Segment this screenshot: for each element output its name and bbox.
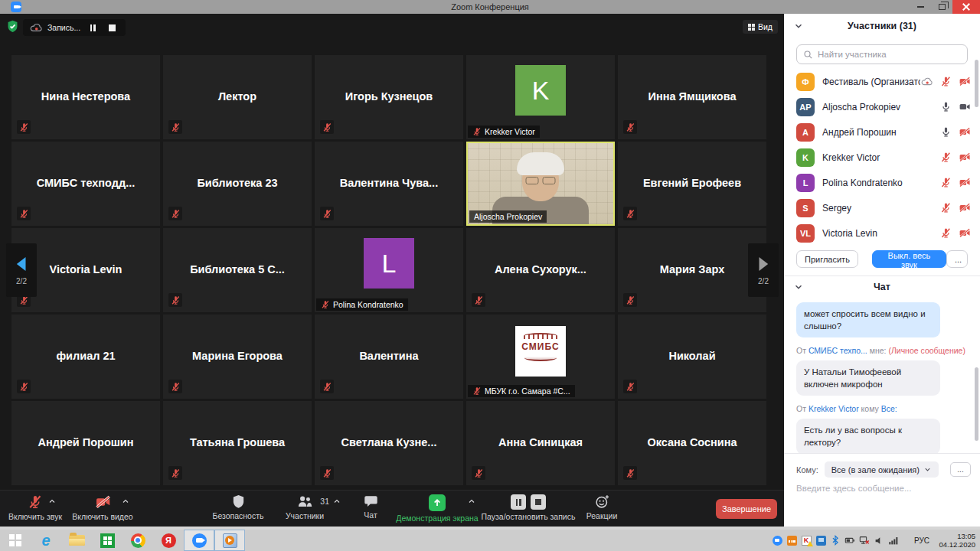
utility-tray-icon[interactable] bbox=[786, 535, 797, 546]
recipient-selector[interactable]: Все (в зале ожидания) bbox=[825, 461, 939, 478]
network-error-tray-icon[interactable] bbox=[859, 535, 870, 546]
internet-explorer-icon[interactable]: e bbox=[31, 530, 61, 551]
video-tile[interactable]: L Polina Kondratenko bbox=[315, 228, 463, 312]
volume-tray-icon[interactable] bbox=[874, 535, 884, 546]
media-player-taskbar-button[interactable] bbox=[214, 530, 245, 551]
invite-button[interactable]: Пригласить bbox=[796, 250, 858, 268]
antivirus-tray-icon[interactable]: K bbox=[801, 535, 812, 546]
audio-options-chevron[interactable] bbox=[47, 497, 57, 506]
end-meeting-button[interactable]: Завершение bbox=[716, 499, 777, 519]
chat-message: У Натальи Тимофеевой включен микрофон bbox=[796, 360, 940, 396]
side-panel: Участники (31) Ф Фестиваль (Организатор,… bbox=[784, 14, 980, 527]
video-tile[interactable]: СМИБС техподд... bbox=[11, 142, 160, 226]
participant-search-box[interactable] bbox=[796, 44, 968, 64]
search-input[interactable] bbox=[818, 50, 961, 59]
video-tile[interactable]: Марина Егорова bbox=[163, 315, 312, 399]
stop-recording-button[interactable] bbox=[105, 21, 119, 34]
muted-mic-icon bbox=[17, 207, 31, 220]
share-options-chevron[interactable] bbox=[467, 497, 476, 506]
video-tile[interactable]: Евгений Ерофеев bbox=[618, 142, 766, 226]
chat-more-button[interactable]: ... bbox=[950, 462, 971, 477]
pause-recording-button[interactable] bbox=[86, 21, 100, 34]
chat-messages[interactable]: может спросить всем видно и слышно? От С… bbox=[784, 298, 980, 461]
chrome-icon[interactable] bbox=[122, 530, 153, 551]
display-tray-icon[interactable] bbox=[815, 535, 826, 546]
mic-on-icon bbox=[940, 101, 952, 112]
battery-tray-icon[interactable] bbox=[844, 535, 855, 546]
file-explorer-icon[interactable] bbox=[61, 530, 92, 551]
video-tile[interactable]: Инна Ямщикова bbox=[618, 55, 766, 139]
video-tile[interactable]: Николай bbox=[618, 315, 766, 399]
taskbar-clock[interactable]: 13:05 04.12.2020 bbox=[933, 532, 975, 549]
video-tile[interactable]: K Krekker Victor bbox=[466, 55, 615, 139]
start-button[interactable] bbox=[0, 530, 31, 551]
participants-scrollbar[interactable] bbox=[975, 60, 978, 107]
mute-all-button[interactable]: Выкл. весь звук bbox=[872, 250, 946, 268]
restore-button[interactable] bbox=[931, 0, 952, 14]
video-tile[interactable]: Библиотека 23 bbox=[163, 142, 312, 226]
zoom-taskbar-button[interactable] bbox=[184, 530, 214, 551]
page-indicator: 2/2 bbox=[758, 277, 769, 285]
bluetooth-tray-icon[interactable] bbox=[830, 535, 841, 546]
minimize-button[interactable] bbox=[910, 0, 931, 14]
video-options-chevron[interactable] bbox=[121, 497, 130, 506]
video-tile[interactable]: Оксана Соснина bbox=[618, 401, 766, 485]
chat-button[interactable]: Чат bbox=[352, 494, 389, 520]
video-tile[interactable]: Анна Синицкая bbox=[466, 401, 615, 485]
video-tile[interactable]: Библиотека 5 С... bbox=[163, 228, 312, 312]
yandex-browser-icon[interactable]: Я bbox=[153, 530, 184, 551]
previous-page-button[interactable]: 2/2 bbox=[6, 243, 37, 297]
unmute-button[interactable]: Включить звук bbox=[3, 494, 67, 521]
participant-row[interactable]: VL Victoria Levin bbox=[784, 220, 980, 246]
video-tile[interactable]: Алена Сухорук... bbox=[466, 228, 615, 312]
view-label: Вид bbox=[758, 22, 773, 31]
muted-mic-icon bbox=[168, 293, 182, 307]
chat-scrollbar[interactable] bbox=[975, 367, 978, 441]
windows-store-icon[interactable] bbox=[92, 530, 122, 551]
participant-name: Марина Егорова bbox=[163, 350, 312, 362]
video-tile[interactable]: Мария Зарх bbox=[618, 228, 766, 312]
video-tile[interactable]: филиал 21 bbox=[11, 315, 160, 399]
video-tile[interactable]: Татьяна Грошева bbox=[163, 401, 312, 485]
stop-recording-icon[interactable] bbox=[531, 494, 546, 510]
muted-mic-icon bbox=[17, 120, 31, 134]
security-button[interactable]: Безопасность bbox=[204, 494, 273, 520]
collapse-participants-chevron[interactable] bbox=[793, 21, 804, 31]
participants-more-button[interactable]: ... bbox=[946, 250, 968, 268]
reactions-button[interactable]: Реакции bbox=[580, 494, 623, 520]
signal-tray-icon[interactable] bbox=[888, 535, 899, 546]
recipient-link[interactable]: Все: bbox=[881, 404, 897, 413]
view-button[interactable]: Вид bbox=[743, 20, 778, 34]
chat-message-input[interactable] bbox=[796, 484, 968, 493]
pause-icon bbox=[90, 24, 96, 31]
video-tile[interactable]: Валентина bbox=[315, 315, 463, 399]
participant-row[interactable]: Ф Фестиваль (Организатор, я) bbox=[784, 69, 980, 94]
video-tile[interactable]: Валентина Чува... bbox=[315, 142, 463, 226]
video-tile[interactable]: Игорь Кузнецов bbox=[315, 55, 463, 139]
video-tile-active-speaker[interactable]: Aljoscha Prokopiev bbox=[466, 142, 615, 226]
participants-options-chevron[interactable] bbox=[332, 497, 341, 506]
video-tile[interactable]: Лектор bbox=[163, 55, 312, 139]
video-tile[interactable]: СМИБС МБУК г.о. Самара #С... bbox=[466, 315, 615, 399]
video-tile[interactable]: Светлана Кузне... bbox=[315, 401, 463, 485]
next-page-button[interactable]: 2/2 bbox=[748, 243, 779, 297]
search-icon bbox=[803, 50, 813, 60]
sender-link[interactable]: СМИБС техпо... bbox=[808, 346, 867, 355]
zoom-tray-icon[interactable] bbox=[772, 535, 782, 546]
video-tile[interactable]: Нина Нестерова bbox=[11, 55, 160, 139]
pause-recording-icon[interactable] bbox=[511, 494, 526, 510]
close-button[interactable] bbox=[952, 0, 980, 14]
video-tile[interactable]: Андрей Порошин bbox=[11, 401, 160, 485]
collapse-chat-chevron[interactable] bbox=[793, 282, 804, 292]
participants-count-badge: 31 bbox=[320, 497, 329, 506]
pause-stop-recording-button[interactable]: Пауза/остановить запись bbox=[481, 494, 576, 521]
participant-row[interactable]: K Krekker Victor bbox=[784, 145, 980, 170]
participant-row[interactable]: А Андрей Порошин bbox=[784, 119, 980, 145]
avatar: L bbox=[364, 238, 414, 289]
language-indicator[interactable]: РУС bbox=[914, 530, 929, 551]
participant-row[interactable]: L Polina Kondratenko bbox=[784, 170, 980, 195]
participants-button[interactable]: Участники 31 bbox=[270, 494, 340, 520]
participant-row[interactable]: AP Aljoscha Prokopiev bbox=[784, 94, 980, 119]
participant-row[interactable]: S Sergey bbox=[784, 195, 980, 220]
sender-link[interactable]: Krekker Victor bbox=[808, 404, 859, 413]
